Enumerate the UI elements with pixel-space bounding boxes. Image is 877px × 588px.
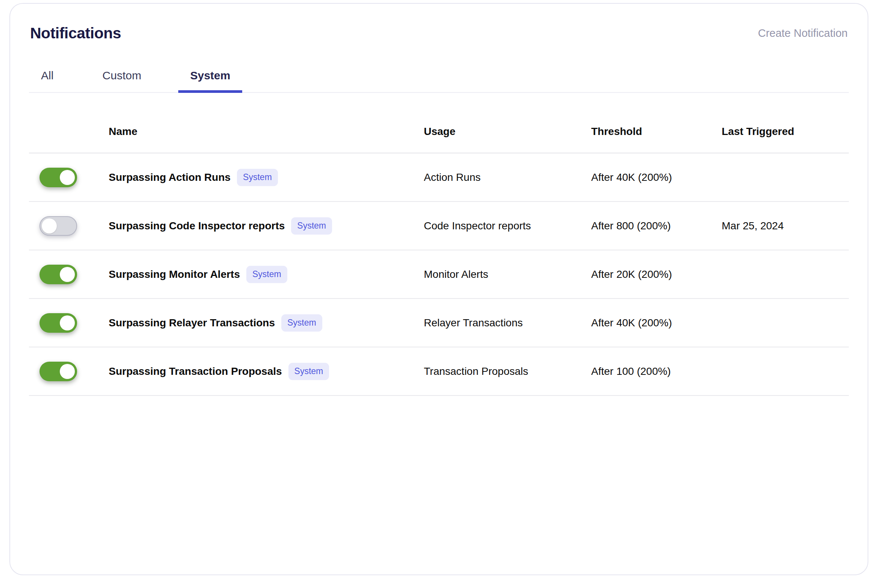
usage-cell: Relayer Transactions xyxy=(424,317,591,329)
notification-toggle[interactable] xyxy=(39,216,77,236)
threshold-cell: After 40K (200%) xyxy=(591,317,722,329)
system-badge: System xyxy=(281,314,322,332)
notification-toggle[interactable] xyxy=(39,168,77,187)
name-cell: Surpassing Transaction Proposals System xyxy=(109,363,424,380)
usage-cell: Code Inspector reports xyxy=(424,220,591,232)
tab-custom[interactable]: Custom xyxy=(90,69,153,93)
card-header: Notifications Create Notification xyxy=(29,24,849,42)
notification-toggle[interactable] xyxy=(39,362,77,381)
table-row: Surpassing Code Inspector reports System… xyxy=(29,202,849,250)
threshold-cell: After 800 (200%) xyxy=(591,220,722,232)
system-badge: System xyxy=(246,266,287,283)
toggle-knob xyxy=(60,267,75,282)
column-header-last-triggered: Last Triggered xyxy=(722,126,849,138)
system-badge: System xyxy=(288,363,329,380)
system-badge: System xyxy=(291,217,332,235)
notification-name: Surpassing Code Inspector reports xyxy=(109,220,285,232)
toggle-cell xyxy=(29,362,109,381)
notification-name: Surpassing Relayer Transactions xyxy=(109,317,275,329)
table-row: Surpassing Monitor Alerts System Monitor… xyxy=(29,250,849,299)
toggle-knob xyxy=(60,170,75,185)
usage-cell: Action Runs xyxy=(424,171,591,183)
toggle-knob xyxy=(60,364,75,379)
name-cell: Surpassing Code Inspector reports System xyxy=(109,217,424,235)
notification-name: Surpassing Monitor Alerts xyxy=(109,268,240,280)
toggle-cell xyxy=(29,265,109,284)
name-cell: Surpassing Relayer Transactions System xyxy=(109,314,424,332)
tab-bar: All Custom System xyxy=(29,69,849,93)
name-cell: Surpassing Action Runs System xyxy=(109,169,424,186)
table-row: Surpassing Relayer Transactions System R… xyxy=(29,299,849,347)
table-row: Surpassing Transaction Proposals System … xyxy=(29,347,849,396)
toggle-cell xyxy=(29,168,109,187)
column-header-threshold: Threshold xyxy=(591,126,722,138)
table-row: Surpassing Action Runs System Action Run… xyxy=(29,153,849,202)
usage-cell: Transaction Proposals xyxy=(424,365,591,377)
toggle-knob xyxy=(42,218,57,233)
toggle-cell xyxy=(29,216,109,236)
notification-name: Surpassing Transaction Proposals xyxy=(109,365,282,377)
column-header-usage: Usage xyxy=(424,126,591,138)
tab-all[interactable]: All xyxy=(29,69,65,93)
notification-name: Surpassing Action Runs xyxy=(109,171,231,183)
notification-toggle[interactable] xyxy=(39,313,77,333)
threshold-cell: After 20K (200%) xyxy=(591,268,722,280)
last-triggered-cell: Mar 25, 2024 xyxy=(722,220,849,232)
name-cell: Surpassing Monitor Alerts System xyxy=(109,266,424,283)
usage-cell: Monitor Alerts xyxy=(424,268,591,280)
system-badge: System xyxy=(237,169,278,186)
toggle-cell xyxy=(29,313,109,333)
notification-toggle[interactable] xyxy=(39,265,77,284)
threshold-cell: After 40K (200%) xyxy=(591,171,722,183)
notifications-card: Notifications Create Notification All Cu… xyxy=(9,3,868,575)
tab-system[interactable]: System xyxy=(178,69,243,93)
toggle-knob xyxy=(60,315,75,330)
column-header-name: Name xyxy=(109,126,424,138)
threshold-cell: After 100 (200%) xyxy=(591,365,722,377)
page-title: Notifications xyxy=(30,24,121,42)
create-notification-button[interactable]: Create Notification xyxy=(758,27,848,39)
table-body: Surpassing Action Runs System Action Run… xyxy=(29,153,849,396)
table-header-row: Name Usage Threshold Last Triggered xyxy=(29,93,849,153)
